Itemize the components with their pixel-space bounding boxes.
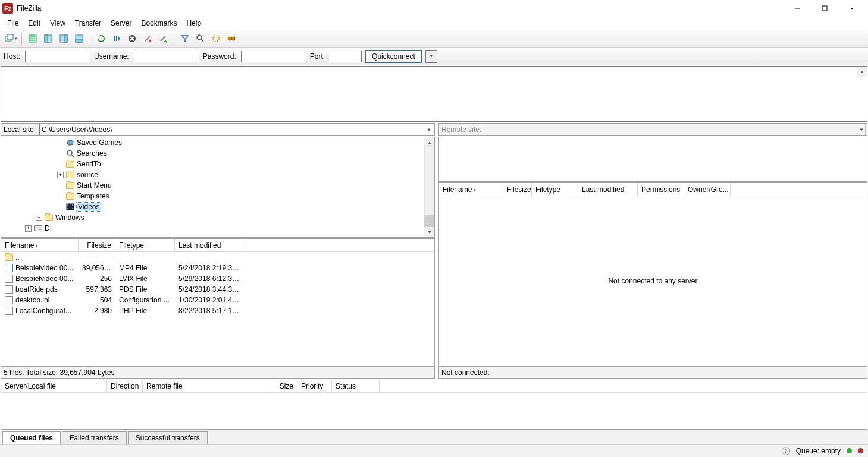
- svg-rect-5: [7, 34, 13, 39]
- quickconnect-button[interactable]: Quickconnect: [365, 50, 422, 63]
- tree-item[interactable]: +Windows: [1, 212, 434, 223]
- file-size: 504: [79, 296, 115, 304]
- port-input[interactable]: [330, 51, 362, 62]
- tree-item[interactable]: Start Menu: [1, 180, 434, 191]
- file-modified: 5/29/2018 6:12:32 ...: [175, 275, 246, 283]
- scrollbar-thumb[interactable]: [424, 215, 434, 228]
- svg-rect-31: [67, 204, 68, 206]
- remote-site-combo[interactable]: ▼: [485, 124, 866, 135]
- col-owner[interactable]: Owner/Gro...: [684, 183, 731, 196]
- file-row[interactable]: Beispielvideo 00...39,056,801MP4 File5/2…: [1, 263, 434, 273]
- file-icon: [5, 307, 13, 315]
- local-site-combo[interactable]: C:\Users\User\Videos\ ▼: [39, 124, 433, 135]
- file-row[interactable]: boatRide.pds597,363PDS File5/24/2018 3:4…: [1, 284, 434, 295]
- file-icon: [5, 285, 13, 294]
- password-label: Password:: [203, 52, 236, 61]
- col-server-local[interactable]: Server/Local file: [1, 380, 107, 392]
- tab-successful[interactable]: Successful transfers: [128, 431, 208, 444]
- tree-item[interactable]: Saved Games: [1, 137, 434, 148]
- sync-browse-button[interactable]: [209, 31, 223, 46]
- svg-point-25: [213, 36, 219, 42]
- remote-status: Not connected.: [438, 367, 867, 379]
- col-filesize[interactable]: Filesize: [503, 183, 532, 196]
- file-row[interactable]: Beispielvideo 00...256LVIX File5/29/2018…: [1, 273, 434, 284]
- remote-site-label: Remote site:: [439, 125, 484, 134]
- process-queue-button[interactable]: [109, 31, 124, 46]
- col-filename[interactable]: Filename▴: [1, 239, 79, 251]
- quickconnect-dropdown[interactable]: ▼: [425, 50, 437, 63]
- toggle-remote-tree-button[interactable]: [57, 31, 71, 46]
- toggle-local-tree-button[interactable]: [41, 31, 55, 46]
- expand-button[interactable]: +: [57, 172, 64, 178]
- menu-edit[interactable]: Edit: [23, 18, 45, 29]
- col-permissions[interactable]: Permissions: [638, 183, 684, 196]
- filter-button[interactable]: [178, 31, 192, 46]
- message-log[interactable]: ▴: [1, 66, 867, 122]
- tab-failed[interactable]: Failed transfers: [62, 431, 127, 444]
- remote-file-list[interactable]: Not connected to any server: [438, 196, 867, 367]
- activity-send-icon: [847, 448, 852, 453]
- menu-transfer[interactable]: Transfer: [70, 18, 106, 29]
- file-row[interactable]: desktop.ini504Configuration ...1/30/2019…: [1, 295, 434, 305]
- col-last-modified[interactable]: Last modified: [578, 183, 638, 196]
- maximize-button[interactable]: [811, 0, 838, 17]
- file-row[interactable]: LocalConfigurat...2,980PHP File8/22/2018…: [1, 305, 434, 316]
- col-direction[interactable]: Direction: [107, 380, 143, 392]
- col-filetype[interactable]: Filetype: [115, 239, 175, 251]
- minimize-button[interactable]: [784, 0, 811, 17]
- menu-help[interactable]: Help: [181, 18, 206, 29]
- tree-item[interactable]: SendTo: [1, 159, 434, 169]
- tree-item-label: source: [77, 171, 98, 179]
- col-last-modified[interactable]: Last modified: [175, 239, 246, 251]
- tree-item-label: D:: [45, 224, 52, 232]
- password-input[interactable]: [241, 51, 306, 62]
- remote-tree[interactable]: [438, 137, 867, 182]
- menu-server[interactable]: Server: [106, 18, 136, 29]
- reconnect-button[interactable]: [156, 31, 170, 46]
- username-input[interactable]: [134, 51, 199, 62]
- col-filename[interactable]: Filename▴: [439, 183, 503, 196]
- col-size[interactable]: Size: [270, 380, 297, 392]
- refresh-button[interactable]: [94, 31, 108, 46]
- disconnect-button[interactable]: [140, 31, 155, 46]
- menu-bookmarks[interactable]: Bookmarks: [136, 18, 181, 29]
- svg-point-23: [197, 35, 202, 40]
- local-site-path: C:\Users\User\Videos\: [42, 125, 112, 134]
- toggle-queue-button[interactable]: [72, 31, 86, 46]
- tree-item[interactable]: +D:: [1, 223, 434, 234]
- tree-item[interactable]: Templates: [1, 191, 434, 201]
- toggle-log-button[interactable]: [26, 31, 40, 46]
- tab-queued[interactable]: Queued files: [2, 431, 61, 444]
- tree-item[interactable]: Searches: [1, 148, 434, 159]
- sort-asc-icon: ▴: [474, 187, 476, 192]
- tree-item[interactable]: Videos: [1, 201, 434, 212]
- col-priority[interactable]: Priority: [297, 380, 332, 392]
- tree-item[interactable]: +source: [1, 169, 434, 180]
- scroll-up-button[interactable]: ▴: [424, 137, 434, 147]
- svg-point-27: [231, 37, 235, 40]
- col-remote-file[interactable]: Remote file: [143, 380, 270, 392]
- scroll-down-button[interactable]: ▾: [424, 227, 434, 237]
- file-type: MP4 File: [115, 264, 175, 272]
- expand-button[interactable]: +: [25, 225, 32, 232]
- col-filesize[interactable]: Filesize: [79, 239, 115, 251]
- cancel-button[interactable]: [125, 31, 139, 46]
- col-status[interactable]: Status: [332, 380, 380, 392]
- parent-dir-row[interactable]: ..: [1, 252, 434, 263]
- remote-list-header: Filename▴ Filesize Filetype Last modifie…: [438, 182, 867, 196]
- local-file-list[interactable]: ..Beispielvideo 00...39,056,801MP4 File5…: [1, 251, 435, 367]
- expand-button[interactable]: +: [36, 215, 42, 221]
- local-tree[interactable]: Saved GamesSearchesSendTo+sourceStart Me…: [1, 137, 435, 238]
- col-filetype[interactable]: Filetype: [532, 183, 578, 196]
- compare-button[interactable]: [193, 31, 208, 46]
- queue-list[interactable]: [1, 393, 867, 430]
- host-input[interactable]: [25, 51, 90, 62]
- menu-file[interactable]: File: [2, 18, 23, 29]
- search-remote-button[interactable]: [224, 31, 239, 46]
- tree-item-label: Windows: [55, 213, 84, 222]
- scroll-up-button[interactable]: ▴: [857, 67, 867, 77]
- close-button[interactable]: [838, 0, 866, 17]
- menu-view[interactable]: View: [45, 18, 70, 29]
- site-manager-button[interactable]: ▾: [4, 31, 18, 46]
- file-size: 39,056,801: [79, 264, 115, 272]
